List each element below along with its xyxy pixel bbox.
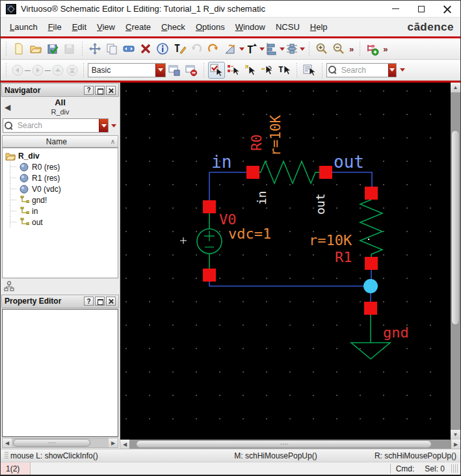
navigator-search-options-caret[interactable] (111, 124, 116, 127)
minimize-button[interactable] (382, 1, 408, 18)
tree-item-net[interactable]: out (5, 217, 118, 228)
distribute-button[interactable] (285, 40, 299, 57)
menu-ncsu[interactable]: NCSU (270, 20, 305, 34)
property-editor-hscrollbar[interactable]: ◀ ▶ (2, 438, 118, 448)
navigator-help-button[interactable]: ? (84, 86, 94, 95)
toolbar-grip[interactable] (4, 42, 8, 56)
menu-launch[interactable]: Launch (5, 20, 43, 34)
text-style-dropdown-caret[interactable] (259, 47, 265, 51)
go-top-button[interactable] (65, 62, 79, 79)
undo-button[interactable] (188, 40, 205, 57)
property-editor-header[interactable]: Property Editor ? (1, 295, 119, 308)
navigator-header[interactable]: Navigator ? (1, 83, 119, 97)
tree-item-rdiv[interactable]: R_div (5, 150, 118, 161)
toolbar-grip[interactable] (307, 42, 311, 56)
v0-value-label[interactable]: vdc=1 (228, 226, 271, 242)
net-label-in[interactable]: in (211, 152, 231, 172)
redo-button[interactable] (205, 40, 222, 57)
schematic-canvas[interactable]: in out R0 r=10K in out V0 vdc=1 r=10K R1… (120, 83, 451, 440)
toolbar-grip[interactable] (4, 63, 8, 77)
move-button[interactable] (86, 40, 103, 57)
text-select-button[interactable]: T (276, 62, 293, 79)
text-edit-button[interactable]: T (171, 40, 188, 57)
toolbar-grip[interactable] (80, 42, 85, 56)
components[interactable] (197, 161, 390, 359)
r0-name-label[interactable]: R0 (249, 135, 265, 151)
r0-pin-in-label[interactable]: in (255, 191, 269, 205)
property-editor-help-button[interactable]: ? (84, 297, 94, 306)
go-back-button[interactable] (10, 62, 25, 79)
toolbar-grip[interactable] (320, 63, 324, 77)
navigator-search-caret[interactable] (99, 119, 108, 132)
tree-item-net[interactable]: gnd! (5, 194, 118, 205)
scroll-left-icon[interactable]: ◀ (3, 438, 12, 447)
new-file-button[interactable] (10, 40, 27, 57)
tree-item-instance[interactable]: R0 (res) (5, 161, 118, 172)
tree-item-net[interactable]: in (5, 205, 118, 217)
menu-file[interactable]: File (43, 20, 67, 34)
workspace-combo-value[interactable] (88, 66, 155, 75)
rotate-button[interactable] (222, 40, 239, 57)
close-button[interactable] (434, 1, 460, 18)
partial-select-button[interactable] (225, 62, 242, 79)
delete-workspace-button[interactable] (183, 62, 200, 79)
gnd-label[interactable]: gnd (383, 324, 409, 341)
hierarchy-icon[interactable] (4, 281, 14, 291)
toolbar-grip[interactable] (295, 63, 299, 77)
create-instance-button[interactable] (364, 40, 381, 57)
property-editor-close-button[interactable] (106, 297, 116, 306)
navigator-search-box[interactable] (3, 118, 109, 133)
full-select-button[interactable] (242, 62, 259, 79)
menu-view[interactable]: View (92, 20, 120, 34)
r1-value-label[interactable]: r=10K (309, 232, 352, 248)
scroll-right-icon[interactable]: ▶ (109, 438, 118, 447)
menu-edit[interactable]: Edit (67, 20, 92, 34)
select-filter-button[interactable] (208, 62, 225, 79)
selection-set-button[interactable] (301, 62, 318, 79)
hscroll-thumb[interactable] (136, 440, 432, 448)
deselect-button[interactable] (259, 62, 276, 79)
save-workspace-button[interactable] (166, 62, 183, 79)
tree-item-instance[interactable]: R1 (res) (5, 172, 118, 183)
scroll-up-icon[interactable]: ▲ (451, 83, 460, 92)
align-dropdown-caret[interactable] (280, 47, 285, 51)
menu-create[interactable]: Create (120, 20, 156, 34)
toolbar-overflow-button[interactable]: » (381, 44, 389, 54)
menu-window[interactable]: Window (230, 20, 270, 34)
toolbar-grip[interactable] (81, 63, 86, 77)
toolbar-grip[interactable] (358, 42, 362, 56)
toolbar-search-box[interactable] (326, 63, 397, 77)
solder-dot[interactable] (363, 279, 378, 293)
zoom-in-button[interactable] (313, 40, 330, 57)
toolbar-search-caret[interactable] (388, 64, 396, 77)
vscroll-thumb[interactable] (451, 130, 460, 325)
align-button[interactable] (265, 40, 279, 57)
toolbar-search-input[interactable] (338, 66, 388, 75)
check-and-save-button[interactable] (44, 40, 61, 57)
properties-button[interactable] (154, 40, 171, 57)
navigator-column-header[interactable]: Name ∧ (2, 135, 118, 148)
menu-options[interactable]: Options (191, 20, 230, 34)
go-forward-button[interactable] (31, 62, 45, 79)
go-up-button[interactable] (51, 62, 65, 79)
scroll-left-icon[interactable]: ◀ (120, 440, 129, 449)
canvas-hscrollbar[interactable]: ◀ ▶ (120, 440, 460, 449)
search-options-caret[interactable] (400, 68, 405, 72)
menu-help[interactable]: Help (305, 20, 333, 34)
toolbar-grip[interactable] (202, 63, 206, 77)
zoom-out-button[interactable] (330, 40, 347, 57)
rotate-dropdown-caret[interactable] (239, 47, 244, 51)
copy-button[interactable] (103, 40, 120, 57)
toolbar-overflow-button[interactable]: » (347, 44, 356, 54)
net-label-out[interactable]: out (334, 152, 364, 172)
navigator-back-icon[interactable]: ◀ (5, 103, 18, 112)
navigator-float-button[interactable] (95, 86, 105, 95)
stretch-button[interactable] (120, 40, 137, 57)
r0-value-label[interactable]: r=10K (268, 114, 283, 156)
save-button[interactable] (61, 40, 78, 57)
navigator-search-input[interactable] (14, 121, 99, 130)
text-style-button[interactable]: T (244, 40, 259, 57)
scroll-down-icon[interactable]: ▼ (451, 430, 460, 440)
r0-pin-out-label[interactable]: out (313, 193, 327, 215)
workspace-combo-caret[interactable] (155, 64, 165, 77)
